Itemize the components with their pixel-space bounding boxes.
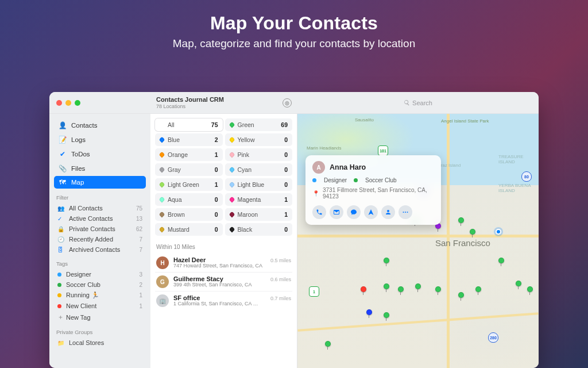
- location-button[interactable]: ◎: [283, 98, 292, 108]
- pin-icon: [229, 211, 235, 217]
- clock-icon: 🕘: [57, 236, 65, 243]
- popup-tag: Designer: [312, 177, 347, 183]
- search-icon: [404, 99, 410, 106]
- pin-icon: 📍: [312, 190, 319, 197]
- person-icon: [385, 209, 392, 216]
- color-filter-orange[interactable]: Orange1: [155, 148, 223, 161]
- nav-contacts[interactable]: 👤Contacts: [54, 118, 146, 132]
- color-filter-magenta[interactable]: Magenta1: [225, 193, 293, 206]
- map-pin[interactable]: [384, 312, 389, 318]
- pin-icon: [158, 136, 165, 143]
- tag-soccer-club[interactable]: Soccer Club2: [54, 279, 146, 290]
- filter-section-label: Filter: [56, 194, 144, 201]
- map-label-treasure: TREASURE ISLAND: [498, 154, 539, 164]
- color-filter-pink[interactable]: Pink0: [225, 148, 293, 161]
- close-window-button[interactable]: [56, 100, 62, 106]
- zoom-window-button[interactable]: [75, 100, 80, 106]
- map-pin[interactable]: [435, 286, 441, 292]
- nearby-item[interactable]: G Guilherme Stacy399 4th Street, San Fra…: [155, 273, 292, 292]
- map-label-sausalito: Sausalito: [355, 117, 374, 122]
- folder-icon: 📁: [57, 340, 65, 346]
- pin-icon: [158, 196, 165, 202]
- map-pin[interactable]: [458, 292, 464, 298]
- map-pin[interactable]: [415, 283, 421, 289]
- private-groups-section-label: Private Groups: [56, 329, 144, 335]
- tag-running[interactable]: Running 🏃1: [54, 290, 146, 301]
- color-filter-light-blue[interactable]: Light Blue0: [225, 178, 293, 191]
- nav-logs[interactable]: 📝Logs: [54, 133, 146, 147]
- nearby-item[interactable]: H Hazel Deer747 Howard Street, San Franc…: [155, 254, 292, 273]
- pin-icon: [229, 226, 235, 232]
- contact-popup: A Anna Haro Designer Soccer Club 📍3731 F…: [305, 155, 441, 225]
- tag-new-client[interactable]: New Client1: [54, 301, 146, 311]
- map-pin[interactable]: [398, 286, 404, 292]
- email-button[interactable]: [330, 205, 343, 219]
- nav-map[interactable]: 🗺︎Map: [54, 176, 146, 189]
- color-filter-yellow[interactable]: Yellow0: [225, 133, 293, 146]
- color-filter-green[interactable]: Green69: [225, 118, 293, 131]
- call-button[interactable]: [312, 205, 326, 219]
- color-filter-aqua[interactable]: Aqua0: [155, 193, 223, 206]
- archive-icon: 🗄︎: [57, 247, 65, 253]
- popup-address: 📍3731 Fillmore Street, San Francisco, CA…: [312, 187, 434, 200]
- filter-all-contacts[interactable]: 👥All Contacts75: [54, 203, 146, 213]
- map-label-yerba: YERBA BUENA ISLAND: [498, 183, 539, 193]
- pin-icon: [229, 166, 235, 172]
- message-button[interactable]: [347, 205, 361, 219]
- phone-icon: [316, 209, 323, 216]
- locations-panel: All75 Green69 Blue2 Yellow0 Orange1 Pink…: [150, 114, 297, 368]
- pin-icon: [158, 211, 165, 217]
- nav-todos[interactable]: ✔︎ToDos: [54, 147, 146, 161]
- map-pin[interactable]: [470, 229, 475, 235]
- map-pin[interactable]: [516, 281, 521, 286]
- tag-designer[interactable]: Designer3: [54, 269, 146, 279]
- filter-private-contacts[interactable]: 🔒Private Contacts62: [54, 224, 146, 234]
- pin-icon: [158, 151, 165, 158]
- nav-files[interactable]: 📎Files: [54, 162, 146, 175]
- tag-new[interactable]: ＋New Tag: [54, 311, 146, 323]
- color-filter-maroon[interactable]: Maroon1: [225, 208, 293, 221]
- map-pin[interactable]: [361, 286, 366, 292]
- road: [297, 235, 539, 237]
- map-pin[interactable]: [475, 286, 481, 292]
- filter-active-contacts[interactable]: ✓Active Contacts13: [54, 213, 146, 224]
- group-local-stores[interactable]: 📁Local Stores: [54, 338, 146, 348]
- mail-icon: [333, 209, 340, 216]
- pin-icon: [158, 226, 165, 232]
- note-icon: 📝: [59, 136, 67, 144]
- pin-icon: [229, 196, 235, 202]
- color-filter-cyan[interactable]: Cyan0: [225, 163, 293, 176]
- directions-button[interactable]: [364, 205, 378, 219]
- person-check-icon: ✓: [57, 216, 65, 222]
- more-button[interactable]: [399, 205, 412, 219]
- map-pin[interactable]: [325, 341, 331, 347]
- building-icon: 🏢: [156, 294, 169, 307]
- tags-section-label: Tags: [56, 260, 144, 267]
- color-filter-gray[interactable]: Gray0: [155, 163, 223, 176]
- filter-recently-added[interactable]: 🕘Recently Added7: [54, 234, 146, 244]
- search-input[interactable]: Search: [392, 98, 444, 108]
- minimize-window-button[interactable]: [65, 100, 71, 106]
- color-filter-mustard[interactable]: Mustard0: [155, 223, 223, 236]
- map-view[interactable]: Sausalito Marin Headlands TREASURE ISLAN…: [297, 114, 539, 368]
- highway-shield-101: 101: [378, 145, 388, 156]
- map-pin[interactable]: [498, 258, 504, 263]
- pin-icon: [229, 136, 235, 143]
- view-contact-button[interactable]: [381, 205, 395, 219]
- map-pin[interactable]: [366, 309, 372, 315]
- color-filter-light-green[interactable]: Light Green1: [155, 178, 223, 191]
- color-filter-black[interactable]: Black0: [225, 223, 293, 236]
- map-pin[interactable]: [458, 217, 464, 223]
- nearby-item[interactable]: 🏢 SF office1 California St, San Francisc…: [155, 292, 292, 310]
- check-icon: ✔︎: [59, 150, 67, 158]
- filter-archived-contacts[interactable]: 🗄︎Archived Contacts7: [54, 244, 146, 255]
- avatar: A: [312, 161, 325, 174]
- color-filter-brown[interactable]: Brown0: [155, 208, 223, 221]
- window-title: Contacts Journal CRM: [156, 96, 224, 103]
- color-filter-blue[interactable]: Blue2: [155, 133, 223, 146]
- avatar: G: [156, 275, 169, 288]
- map-pin[interactable]: [527, 286, 533, 292]
- map-pin[interactable]: [384, 283, 389, 289]
- color-filter-all[interactable]: All75: [155, 118, 223, 131]
- map-pin[interactable]: [384, 258, 389, 263]
